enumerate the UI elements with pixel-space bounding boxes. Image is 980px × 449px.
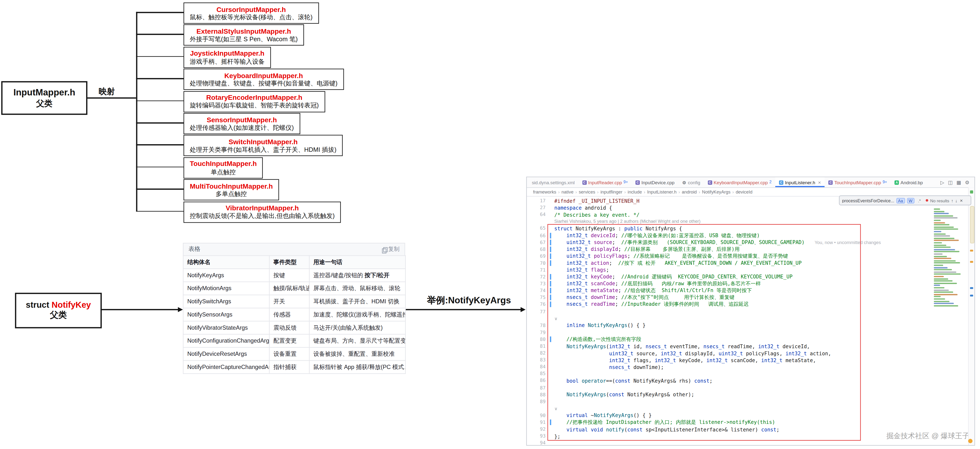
find-next-icon[interactable]: ↓	[955, 198, 957, 202]
mapper-box-joystickinputmapper: JoystickInputMapper.h游戏手柄、摇杆等输入设备	[183, 46, 271, 68]
tab-TouchInputMapper.cpp[interactable]: CTouchInputMapper.cpp9+	[825, 177, 891, 187]
minimap	[934, 209, 963, 311]
copy-icon	[382, 247, 386, 252]
breadcrumb-item-inputflinger[interactable]: inputflinger	[601, 189, 622, 195]
arrow-struct-to-table	[100, 309, 179, 310]
run-icon[interactable]: ▷	[940, 179, 944, 185]
change-marker	[550, 302, 551, 307]
line-number: 84	[527, 364, 550, 370]
minimap-line	[934, 280, 953, 282]
tab-label: InputDevice.cpp	[641, 179, 675, 185]
breadcrumb-separator: ›	[698, 189, 700, 195]
code-line: 82 uint32_t source, int32_t displayId, u…	[527, 350, 974, 357]
table-row: NotifyDeviceResetArgs设备重置设备被拔掉、重配置、重新校准	[183, 347, 406, 361]
ide-editor-window: sid.dyna.settings.xmlCInputReader.cpp9+C…	[526, 177, 975, 446]
connector-trunk	[136, 12, 137, 212]
mapper-title: TouchInputMapper.h	[190, 159, 257, 168]
table-title-bar: 表格 复制	[183, 243, 405, 255]
code-text: uint32_t source, int32_t displayId, uint…	[554, 350, 831, 356]
minimap-line	[934, 298, 945, 300]
change-marker	[550, 226, 551, 231]
mapper-box-vibratorinputmapper: VibratorInputMapper.h控制震动反馈(不是输入,是输出,但也由…	[183, 201, 341, 223]
table-row: NotifyMotionArgs触摸/鼠标/轨迹屏幕点击、滑动、鼠标移动、滚轮	[183, 282, 406, 295]
regex-toggle[interactable]: .*	[916, 197, 923, 203]
minimap-line	[934, 240, 959, 241]
tab-sid.dyna.settings.xml[interactable]: sid.dyna.settings.xml	[528, 177, 578, 187]
change-marker	[550, 343, 551, 349]
minimap-line	[934, 251, 959, 252]
close-search-icon[interactable]: ×	[960, 197, 963, 203]
notification-icon[interactable]	[968, 439, 972, 443]
line-number: 86	[527, 378, 550, 384]
find-popup[interactable]: processEventsForDevice... Aa W .* No res…	[839, 196, 971, 205]
minimap-line	[934, 213, 949, 214]
code-line: 66 int32_t deviceId; //哪个输入设备来的(如:蓝牙遥控器、…	[527, 232, 974, 239]
breadcrumb-item-native[interactable]: native	[562, 189, 573, 195]
minimap-line	[934, 291, 953, 293]
change-marker	[550, 239, 551, 245]
tab-badge: 2	[769, 179, 772, 183]
notifykey-box-subtitle: 父类	[50, 310, 67, 321]
match-case-toggle[interactable]: Aa	[896, 197, 905, 203]
editor-tab-bar: sid.dyna.settings.xmlCInputReader.cpp9+C…	[527, 177, 974, 188]
layout-icon[interactable]: ▦	[956, 179, 961, 185]
change-marker	[550, 419, 551, 425]
compare-icon[interactable]: ◫	[948, 179, 953, 185]
breadcrumb-item-android[interactable]: android	[682, 189, 697, 195]
tab-close-icon[interactable]: ×	[818, 179, 821, 185]
cell-struct-name: NotifyMotionArgs	[183, 282, 269, 295]
breadcrumb-item-frameworks[interactable]: frameworks	[533, 189, 556, 195]
line-number: 77	[527, 309, 550, 314]
notifyargs-table-card: 表格 复制 结构体名事件类型用途一句话 NotifyKeyArgs按键遥控器/键…	[183, 243, 405, 374]
minimap-line	[934, 290, 949, 291]
change-marker	[550, 219, 551, 224]
tab-Android.bp[interactable]: AAndroid.bp	[891, 177, 927, 187]
code-text: struct NotifyKeyArgs : public NotifyArgs…	[554, 225, 682, 232]
find-previous-icon[interactable]: ↑	[951, 198, 953, 202]
breadcrumb-item-deviceId[interactable]: deviceId	[736, 189, 752, 195]
cell-usage: 鼠标指针被 App 捕获/释放(PC 模式、游戏用)	[309, 360, 405, 374]
breadcrumb-item-include[interactable]: include	[628, 189, 642, 195]
breadcrumb-item-services[interactable]: services	[579, 189, 595, 195]
stripe-mark-orange-2	[970, 261, 973, 263]
code-text: int32_t keyCode; //Android 逻辑键码 KEYCODE_…	[554, 274, 792, 280]
settings-icon[interactable]: ⚙	[965, 179, 969, 185]
table-row: NotifySensorArgs传感器加速度、陀螺仪(游戏手柄、陀螺遥控器)	[183, 308, 406, 321]
change-marker	[550, 253, 551, 259]
line-number: 74	[527, 288, 550, 293]
error-stripe-scrollbar[interactable]	[968, 187, 974, 445]
tab-config[interactable]: ⚙config	[678, 177, 704, 187]
breadcrumb-separator: ›	[678, 189, 680, 195]
tab-InputReader.cpp[interactable]: CInputReader.cpp9+	[578, 177, 632, 187]
tab-KeyboardInputMapper.cpp[interactable]: CKeyboardInputMapper.cpp2	[704, 177, 775, 187]
change-marker	[550, 315, 551, 321]
scrollbar-thumb[interactable]	[970, 206, 974, 243]
code-text: uint32_t policyFlags; //系统策略标记 是否唤醒设备、是否…	[554, 253, 788, 260]
mapper-desc: 外接手写笔(如三星 S Pen、Wacom 笔)	[190, 36, 298, 44]
cell-event-type: 开关	[269, 295, 309, 308]
cell-usage: 设备被拔掉、重配置、重新校准	[309, 347, 405, 361]
change-marker	[550, 406, 551, 411]
tab-InputListener.h[interactable]: CInputListener.h×	[775, 177, 825, 187]
minimap-line	[934, 265, 943, 266]
code-editor-area[interactable]: 17#ifndef _UI_INPUT_LISTENER_H27namespac…	[527, 196, 974, 445]
line-number: 85	[527, 371, 550, 377]
code-text: int32_t displayId; //目标屏幕 多屏场景(主屏、副屏、后排屏…	[554, 246, 740, 253]
breadcrumb-item-NotifyKeyArgs[interactable]: NotifyKeyArgs	[702, 189, 730, 195]
code-text: virtual ~NotifyKeyArgs() { }	[554, 412, 652, 419]
breadcrumb-separator: ›	[732, 189, 734, 195]
connector-branch	[136, 34, 183, 35]
code-line: 80 //构造函数,一次性填完所有字段	[527, 336, 974, 342]
whole-words-toggle[interactable]: W	[907, 197, 914, 203]
tab-label: config	[688, 179, 700, 185]
cell-struct-name: NotifyPointerCaptureChangedArgs	[183, 360, 269, 374]
inspection-ok-mark	[970, 190, 973, 194]
cell-struct-name: NotifySensorArgs	[183, 308, 269, 321]
code-line: 64/* Describes a key event. */	[527, 211, 974, 218]
search-input[interactable]: processEventsForDevice...	[842, 198, 894, 202]
cpp-file-icon: C	[582, 180, 587, 185]
copy-button[interactable]: 复制	[382, 245, 399, 253]
breadcrumb-item-InputListener.h[interactable]: InputListener.h	[647, 189, 677, 195]
tab-InputDevice.cpp[interactable]: CInputDevice.cpp	[632, 177, 678, 187]
mapper-desc: 控制震动反馈(不是输入,是输出,但也由输入系统触发)	[190, 213, 335, 220]
